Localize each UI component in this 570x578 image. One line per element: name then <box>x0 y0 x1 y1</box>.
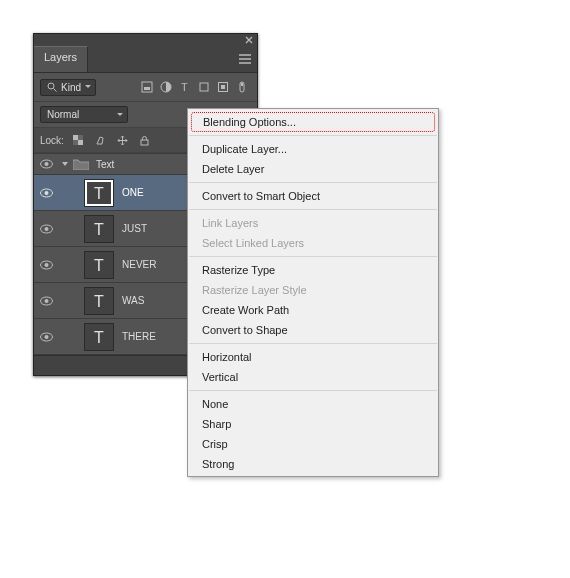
svg-text:T: T <box>94 329 104 346</box>
chevron-down-icon[interactable] <box>61 160 69 168</box>
svg-point-21 <box>44 227 48 231</box>
menu-item[interactable]: Rasterize Type <box>188 260 438 280</box>
folder-icon <box>72 157 90 171</box>
menu-item[interactable]: Delete Layer <box>188 159 438 179</box>
svg-text:T: T <box>94 257 104 274</box>
filter-kind-label: Kind <box>61 82 81 93</box>
type-thumb-icon: T <box>84 251 114 279</box>
svg-rect-10 <box>73 135 78 140</box>
filter-kind-dropdown[interactable]: Kind <box>40 79 96 96</box>
filter-toggle[interactable] <box>233 78 251 96</box>
menu-item[interactable]: Convert to Shape <box>188 320 438 340</box>
svg-rect-12 <box>78 135 83 140</box>
menu-item[interactable]: Strong <box>188 454 438 474</box>
svg-rect-2 <box>144 87 150 90</box>
layer-name: ONE <box>122 187 144 198</box>
type-thumb-icon: T <box>84 323 114 351</box>
filter-adjust-icon[interactable] <box>157 78 175 96</box>
context-menu: Blending Options...Duplicate Layer...Del… <box>187 108 439 477</box>
svg-point-24 <box>44 263 48 267</box>
filter-pixel-icon[interactable] <box>138 78 156 96</box>
svg-point-27 <box>44 299 48 303</box>
svg-point-16 <box>44 162 48 166</box>
menu-item[interactable]: Vertical <box>188 367 438 387</box>
menu-item[interactable]: Create Work Path <box>188 300 438 320</box>
eye-icon[interactable] <box>40 260 53 270</box>
layer-name: WAS <box>122 295 144 306</box>
eye-icon[interactable] <box>40 296 53 306</box>
eye-icon[interactable] <box>40 188 53 198</box>
svg-rect-11 <box>78 140 83 145</box>
tab-layers[interactable]: Layers <box>34 46 88 72</box>
menu-item[interactable]: Convert to Smart Object <box>188 186 438 206</box>
filter-shape-icon[interactable] <box>195 78 213 96</box>
blend-mode-value: Normal <box>47 109 79 120</box>
layer-name: JUST <box>122 223 147 234</box>
svg-rect-14 <box>141 140 148 145</box>
menu-item[interactable]: None <box>188 394 438 414</box>
lock-label: Lock: <box>40 135 64 146</box>
type-thumb-icon: T <box>84 287 114 315</box>
eye-icon[interactable] <box>40 332 53 342</box>
lock-image-icon[interactable] <box>92 132 110 148</box>
lock-all-icon[interactable] <box>136 132 154 148</box>
group-name: Text <box>96 159 114 170</box>
lock-transparency-icon[interactable] <box>70 132 88 148</box>
lock-position-icon[interactable] <box>114 132 132 148</box>
svg-text:T: T <box>94 293 104 310</box>
menu-item: Rasterize Layer Style <box>188 280 438 300</box>
menu-item[interactable]: Sharp <box>188 414 438 434</box>
menu-item[interactable]: Crisp <box>188 434 438 454</box>
menu-item[interactable]: Blending Options... <box>191 112 435 132</box>
menu-separator <box>189 135 437 136</box>
type-thumb-icon: T <box>84 215 114 243</box>
svg-text:T: T <box>94 185 104 202</box>
filter-type-icon[interactable]: T <box>176 78 194 96</box>
menu-item[interactable]: Horizontal <box>188 347 438 367</box>
svg-text:T: T <box>181 81 188 93</box>
eye-icon[interactable] <box>40 224 53 234</box>
menu-separator <box>189 182 437 183</box>
svg-rect-5 <box>200 83 208 91</box>
svg-rect-13 <box>73 140 78 145</box>
panel-menu-icon[interactable] <box>233 46 257 72</box>
menu-item: Link Layers <box>188 213 438 233</box>
menu-item[interactable]: Duplicate Layer... <box>188 139 438 159</box>
panel-window-controls <box>34 34 257 46</box>
svg-point-18 <box>44 191 48 195</box>
menu-separator <box>189 256 437 257</box>
filter-row: Kind T <box>34 73 257 102</box>
svg-rect-9 <box>241 83 243 86</box>
layer-name: THERE <box>122 331 156 342</box>
filter-smart-icon[interactable] <box>214 78 232 96</box>
menu-separator <box>189 343 437 344</box>
layer-name: NEVER <box>122 259 156 270</box>
svg-point-0 <box>48 83 54 89</box>
panel-tab-bar: Layers <box>34 46 257 73</box>
menu-separator <box>189 209 437 210</box>
eye-icon[interactable] <box>40 159 53 169</box>
svg-text:T: T <box>94 221 104 238</box>
menu-item: Select Linked Layers <box>188 233 438 253</box>
svg-rect-7 <box>221 85 225 89</box>
close-icon[interactable] <box>245 36 253 44</box>
menu-separator <box>189 390 437 391</box>
svg-point-30 <box>44 335 48 339</box>
type-thumb-icon: T <box>84 179 114 207</box>
search-icon <box>47 82 57 92</box>
blend-mode-dropdown[interactable]: Normal <box>40 106 128 123</box>
